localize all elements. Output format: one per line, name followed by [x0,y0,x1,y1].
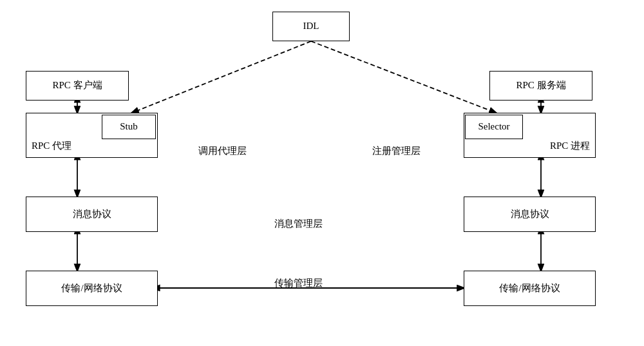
rpc-process-label: RPC 进程 [550,140,590,153]
svg-line-0 [132,41,311,113]
diagram-container: IDL RPC 客户端 RPC 代理 Stub 消息协议 传输/网络协议 RPC… [0,0,644,346]
msg-layer-label: 消息管理层 [256,218,340,230]
idl-label: IDL [303,20,319,33]
rpc-proxy-label: RPC 代理 [32,140,71,153]
stub-box: Stub [102,115,156,139]
msg-proto-right-label: 消息协议 [511,208,549,221]
register-layer-label: 注册管理层 [354,145,438,157]
idl-box: IDL [272,12,350,41]
invoke-layer-label: 调用代理层 [180,145,264,157]
transport-right-label: 传输/网络协议 [499,282,560,295]
transport-right-box: 传输/网络协议 [464,271,596,306]
msg-proto-left-label: 消息协议 [73,208,111,221]
transport-layer-label: 传输管理层 [256,277,340,289]
transport-left-label: 传输/网络协议 [61,282,122,295]
msg-proto-right-box: 消息协议 [464,197,596,232]
msg-proto-left-box: 消息协议 [26,197,158,232]
rpc-client-box: RPC 客户端 [26,71,129,101]
rpc-client-label: RPC 客户端 [52,79,102,92]
svg-line-1 [311,41,496,113]
transport-left-box: 传输/网络协议 [26,271,158,306]
selector-label: Selector [478,120,509,133]
rpc-server-label: RPC 服务端 [516,79,565,92]
selector-box: Selector [465,115,523,139]
rpc-server-box: RPC 服务端 [489,71,592,101]
stub-label: Stub [120,120,138,133]
